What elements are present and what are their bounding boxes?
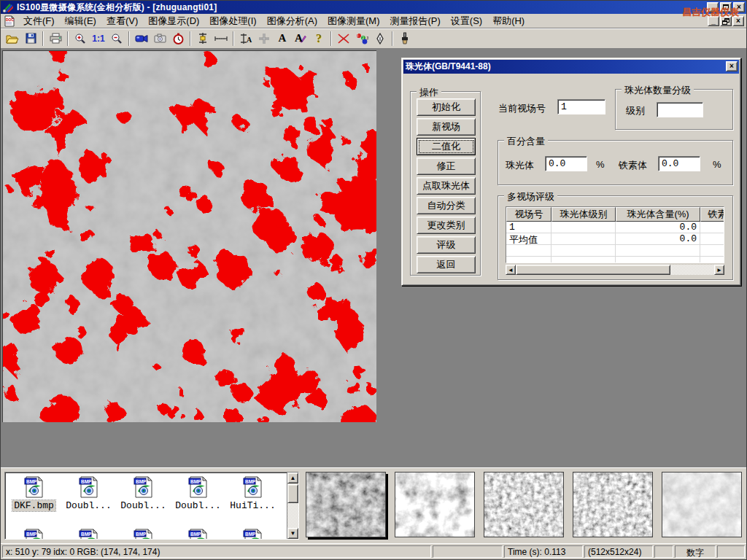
bmp-file-icon[interactable]: BMP <box>77 475 101 499</box>
actual-size-icon[interactable]: 1:1 <box>90 30 107 47</box>
bmp-file-icon[interactable]: BMP <box>187 475 210 499</box>
file-item[interactable]: BMP <box>7 528 61 540</box>
menu-image-analysis[interactable]: 图像分析(A) <box>262 13 322 29</box>
measure-text-icon[interactable]: A <box>237 30 255 47</box>
classify-dots-icon[interactable]: 123 <box>353 30 371 47</box>
file-name[interactable]: DKF.bmp <box>12 500 55 511</box>
return-button[interactable]: 返回 <box>417 256 476 273</box>
current-field-input[interactable] <box>557 99 605 114</box>
col-ferrite[interactable]: 铁素体 <box>700 207 724 222</box>
photo-camera-icon[interactable] <box>151 30 169 47</box>
scroll-thumb[interactable] <box>516 265 670 275</box>
menu-image-display[interactable]: 图像显示(D) <box>143 13 204 29</box>
dialog-close-icon[interactable]: × <box>726 61 738 71</box>
bmp-file-icon[interactable]: BMP <box>23 475 46 499</box>
table-h-scrollbar[interactable]: ◄ ► <box>506 265 724 275</box>
menu-file[interactable]: 文件(F) <box>18 13 60 29</box>
file-name[interactable]: Doubl... <box>119 500 167 511</box>
table-row[interactable]: 平均值 0.0 <box>506 233 724 245</box>
init-button[interactable]: 初始化 <box>417 98 476 116</box>
file-item[interactable]: BMP <box>116 528 171 540</box>
zoom-in-icon[interactable] <box>71 30 89 47</box>
metallograph-thumbnail[interactable] <box>484 472 564 537</box>
document-icon[interactable]: DOC <box>4 15 15 27</box>
dialog-title-bar[interactable]: 珠光体(GB/T9441-88) × <box>403 60 739 74</box>
zoom-out-icon[interactable] <box>108 30 125 47</box>
bmp-file-icon[interactable]: BMP <box>241 475 265 499</box>
metallograph-image[interactable] <box>2 50 376 422</box>
brush-tool-icon[interactable] <box>396 30 414 47</box>
table-row[interactable]: 1 0.0 <box>506 222 724 233</box>
curve-tool-icon[interactable] <box>335 30 352 47</box>
mdi-restore-button[interactable] <box>720 16 732 26</box>
file-name[interactable]: Doubl... <box>64 500 112 511</box>
metallograph-thumbnail[interactable] <box>306 472 386 537</box>
binarize-button[interactable]: 二值化 <box>417 138 476 155</box>
print-icon[interactable] <box>47 30 64 47</box>
pearlite-percent-input[interactable] <box>545 156 587 171</box>
ruler-horizontal-icon[interactable] <box>212 30 230 47</box>
metallograph-thumbnail[interactable] <box>662 472 742 537</box>
pick-pearlite-button[interactable]: 点取珠光体 <box>417 177 476 195</box>
scroll-right-icon[interactable]: ► <box>714 265 724 275</box>
mdi-close-button[interactable]: × <box>732 16 744 26</box>
change-class-button[interactable]: 更改类别 <box>417 217 476 234</box>
timer-icon[interactable] <box>169 30 187 47</box>
scroll-track[interactable] <box>287 503 298 528</box>
metallograph-thumbnail[interactable] <box>573 472 653 537</box>
pen-tool-icon[interactable] <box>371 30 389 47</box>
menu-image-process[interactable]: 图像处理(I) <box>204 13 261 29</box>
col-field-no[interactable]: 视场号 <box>506 207 551 222</box>
menu-view[interactable]: 查看(V) <box>101 13 143 29</box>
minimize-button[interactable]: _ <box>707 2 719 12</box>
bmp-file-icon[interactable]: BMP <box>77 528 101 540</box>
menu-edit[interactable]: 编辑(E) <box>60 13 101 29</box>
menu-settings[interactable]: 设置(S) <box>446 13 487 29</box>
ferrite-percent-input[interactable] <box>658 156 700 171</box>
menu-measure-report[interactable]: 测量报告(P) <box>384 13 445 29</box>
text-label-icon[interactable]: A <box>274 30 291 47</box>
move-cross-icon[interactable] <box>255 30 273 47</box>
file-item[interactable]: BMP <box>61 528 116 540</box>
menu-image-measure[interactable]: 图像测量(M) <box>322 13 385 29</box>
bmp-file-icon[interactable]: BMP <box>132 475 155 499</box>
file-list-scrollbar[interactable]: ▲ ▼ <box>287 472 298 539</box>
video-camera-icon[interactable] <box>133 30 150 47</box>
file-item[interactable]: BMP DKF.bmp <box>7 475 61 511</box>
scroll-up-icon[interactable]: ▲ <box>287 472 298 483</box>
file-name[interactable]: HuiTi... <box>228 500 276 511</box>
correct-button[interactable]: 修正 <box>417 158 476 175</box>
scroll-track[interactable] <box>670 265 714 275</box>
bmp-file-icon[interactable]: BMP <box>132 528 155 540</box>
file-name[interactable]: Doubl... <box>174 500 222 511</box>
maximize-button[interactable] <box>720 2 732 12</box>
file-item[interactable]: BMP Doubl... <box>171 475 225 511</box>
rate-button[interactable]: 评级 <box>417 236 476 254</box>
bmp-file-icon[interactable]: BMP <box>187 528 210 540</box>
scroll-left-icon[interactable]: ◄ <box>506 265 516 275</box>
col-pearlite-grade[interactable]: 珠光体级别 <box>551 207 616 222</box>
col-pearlite-pct[interactable]: 珠光体含量(%) <box>616 207 700 222</box>
metallograph-thumbnail[interactable] <box>395 472 475 537</box>
menu-help[interactable]: 帮助(H) <box>487 13 530 29</box>
file-item[interactable]: BMP HuiTi... <box>225 475 280 511</box>
rating-table[interactable]: 视场号 珠光体级别 珠光体含量(%) 铁素体 1 0.0 平均值 <box>506 206 724 263</box>
mdi-minimize-button[interactable]: _ <box>708 16 719 26</box>
file-item[interactable]: BMP Doubl... <box>116 475 171 511</box>
new-field-button[interactable]: 新视场 <box>417 118 476 136</box>
scroll-thumb[interactable] <box>287 484 298 503</box>
file-item[interactable]: BMP <box>171 528 225 540</box>
file-list[interactable]: BMP DKF.bmp BMP Doubl... BMP Doubl... BM… <box>4 472 299 540</box>
save-icon[interactable] <box>22 30 39 47</box>
close-button[interactable]: × <box>733 2 745 12</box>
file-item[interactable]: BMP <box>225 528 280 540</box>
auto-classify-button[interactable]: 自动分类 <box>417 197 476 214</box>
open-icon[interactable] <box>4 30 21 47</box>
bmp-file-icon[interactable]: BMP <box>241 528 265 540</box>
scroll-down-icon[interactable]: ▼ <box>287 528 298 539</box>
caliper-vertical-icon[interactable] <box>194 30 212 47</box>
text-edit-icon[interactable]: A <box>292 30 309 47</box>
rating-table-header[interactable]: 视场号 珠光体级别 珠光体含量(%) 铁素体 <box>506 207 724 222</box>
grade-input[interactable] <box>657 102 703 117</box>
help-icon[interactable]: ? <box>310 30 328 47</box>
